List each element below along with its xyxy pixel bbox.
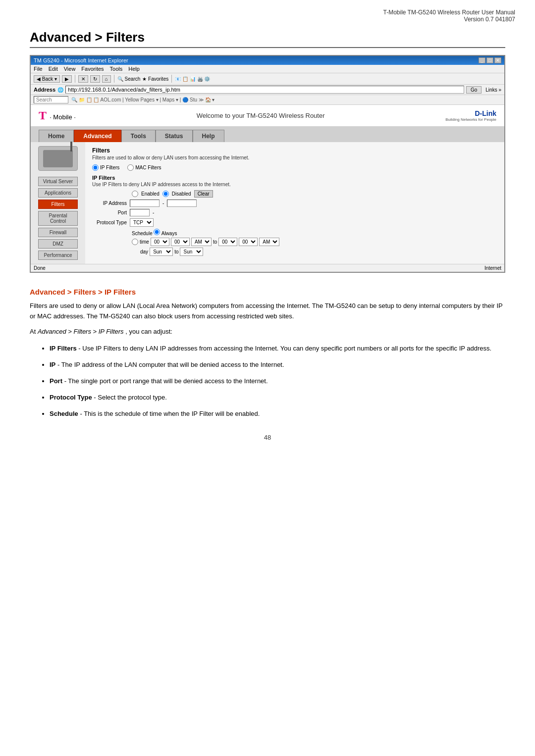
ip-address-input-2[interactable] [167,200,197,207]
menu-favorites[interactable]: Favorites [81,66,104,72]
time-hour-start-select[interactable]: 00 [151,238,169,246]
always-radio[interactable] [154,229,160,235]
mac-filters-radio[interactable] [127,164,134,171]
to-label-2: to [174,249,178,254]
sidebar-item-dmz[interactable]: DMZ [38,239,78,249]
tab-status[interactable]: Status [156,130,193,142]
tab-home[interactable]: Home [39,130,74,142]
protocol-type-row: Protocol Type TCP UDP Both [92,218,497,227]
minimize-button[interactable]: _ [479,57,485,63]
address-input[interactable] [65,86,464,94]
mac-filters-radio-label: MAC Filters [135,165,161,170]
enabled-label: Enabled [141,191,160,197]
page-content: Advanced > Filters TM G5240 - Microsoft … [0,25,535,461]
search-label: 🔍 Search [117,76,140,82]
sidebar-item-virtual-server[interactable]: Virtual Server [38,177,78,186]
tab-advanced[interactable]: Advanced [74,130,121,142]
restore-button[interactable]: □ [486,57,493,63]
browser-title: TM G5240 - Microsoft Internet Explorer [34,57,128,63]
page-header: T-Mobile TM-G5240 Wireless Router User M… [0,0,535,25]
browser-window: TM G5240 - Microsoft Internet Explorer _… [30,55,505,273]
list-item-ip-filters: IP Filters - Use IP Filters to deny LAN … [50,344,505,354]
links-label: Links » [485,87,501,93]
time-min-start-select[interactable]: 00 [171,238,190,246]
menu-help[interactable]: Help [128,66,140,72]
time-ampm-end-select[interactable]: AMPM [259,238,279,246]
page-title: Advanced > Filters [30,30,505,48]
disabled-radio[interactable] [162,191,169,197]
protocol-type-select[interactable]: TCP UDP Both [130,218,154,227]
go-button[interactable]: Go [466,86,482,94]
time-min-end-select[interactable]: 00 [239,238,258,246]
day-start-select[interactable]: SunMonTueWedThuFriSat [150,248,173,256]
port-label: Port [92,210,127,215]
address-label: Address [34,87,55,93]
body2-italic: Advanced > Filters > IP Filters [38,328,124,335]
t-mobile-logo: T · Mobile · [39,109,76,122]
disabled-label: Disabled [172,191,191,197]
filters-section-desc: Filters are used to allow or deny LAN us… [92,155,497,160]
favorites-label: ★ Favorites [142,76,168,82]
menu-view[interactable]: View [64,66,76,72]
toolbar-separator-3 [171,75,172,83]
home-button[interactable]: ⌂ [102,75,111,83]
bullet-term-ip: IP [50,361,55,368]
time-radio[interactable] [132,239,138,245]
browser-links-bar: 🔍 📁 📋 📋 AOL.com | Yellow Pages ▾ | Maps … [31,95,504,105]
enabled-radio[interactable] [132,191,138,197]
filter-type-row: IP Filters MAC Filters [92,164,497,171]
manual-title-line2: Version 0.7 041807 [20,16,515,23]
router-nav: Home Advanced Tools Status Help [31,127,504,142]
menu-edit[interactable]: Edit [49,66,58,72]
clear-button[interactable]: Clear [194,190,213,198]
time-label: time [140,239,149,245]
forward-button[interactable]: ▶ [62,75,72,83]
sidebar-item-parental-control[interactable]: Parental Control [38,211,78,226]
ip-address-input-1[interactable] [130,200,160,207]
bullet-list: IP Filters - Use IP Filters to deny LAN … [50,344,505,419]
menu-tools[interactable]: Tools [110,66,123,72]
ip-filters-radio[interactable] [92,164,99,171]
enabled-disabled-row: Enabled Disabled Clear [92,190,497,198]
ip-filters-radio-group: IP Filters [92,164,119,171]
ip-filters-section: IP Filters Use IP Filters to deny LAN IP… [92,175,497,256]
close-button[interactable]: ✕ [494,57,501,63]
sidebar-item-applications[interactable]: Applications [38,188,78,198]
day-end-select[interactable]: SunMonTueWedThuFriSat [180,248,203,256]
browser-window-controls[interactable]: _ □ ✕ [479,57,501,63]
section-body1: Filters are used to deny or allow LAN (L… [30,301,505,322]
search-input[interactable] [34,96,68,103]
stop-button[interactable]: ✕ [78,75,88,83]
bullet-desc-ip-filters: - Use IP Filters to deny LAN IP addresse… [78,345,491,352]
tab-tools[interactable]: Tools [121,130,156,142]
bullet-desc-protocol-type: - Select the protocol type. [94,394,166,401]
list-item-protocol-type: Protocol Type - Select the protocol type… [50,393,505,403]
menu-file[interactable]: File [34,66,43,72]
toolbar-separator-1 [75,75,75,83]
time-row: time 00 00 AMPM to 00 00 AMPM [92,238,497,246]
bullet-term-protocol-type: Protocol Type [50,394,92,401]
to-label-1: to [213,239,217,245]
address-icon: 🌐 [57,87,63,93]
refresh-button[interactable]: ↻ [90,75,100,83]
internet-zone: Internet [484,265,501,271]
section-heading: Advanced > Filters > IP Filters [30,288,505,296]
port-input[interactable] [130,209,150,216]
sidebar-item-firewall[interactable]: Firewall [38,228,78,237]
ip-separator: - [162,201,164,206]
page-number: 48 [30,434,505,441]
router-body: Virtual Server Applications Filters Pare… [31,142,504,264]
links-bar-icons: 🔍 📁 📋 📋 AOL.com | Yellow Pages ▾ | Maps … [71,97,214,102]
time-hour-end-select[interactable]: 00 [218,238,237,246]
time-ampm-start-select[interactable]: AMPM [191,238,212,246]
sidebar-item-filters[interactable]: Filters [38,200,78,209]
ip-filters-section-title: IP Filters [92,175,497,181]
manual-title-line1: T-Mobile TM-G5240 Wireless Router User M… [20,9,515,16]
back-button[interactable]: ◀ Back ▾ [34,75,60,83]
browser-titlebar: TM G5240 - Microsoft Internet Explorer _… [31,56,504,65]
sidebar-item-performance[interactable]: Performance [38,251,78,260]
port-row: Port - [92,209,497,216]
tab-help[interactable]: Help [193,130,224,142]
day-label: day [140,249,148,254]
dlink-brand: D-Link [445,109,496,117]
